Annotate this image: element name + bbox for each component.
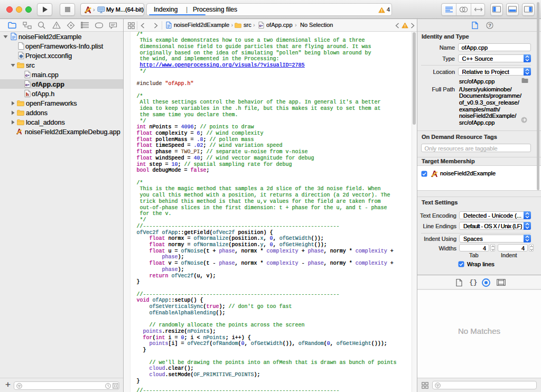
svg-text:h: h (26, 92, 29, 97)
svg-text:+: + (261, 24, 263, 27)
svg-text:+: + (27, 83, 29, 86)
svg-text:+: + (27, 73, 29, 77)
